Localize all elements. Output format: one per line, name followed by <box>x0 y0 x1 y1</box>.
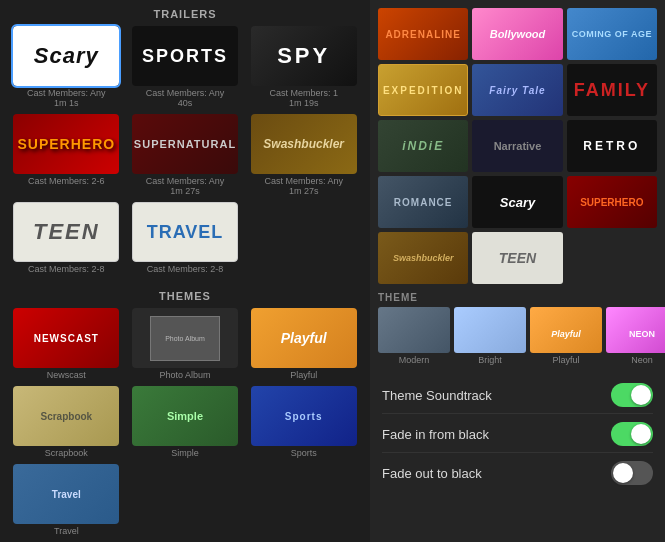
toggle-soundtrack-label: Theme Soundtrack <box>382 388 492 403</box>
theme-photoalbum-label: Photo Album <box>159 370 210 380</box>
theme-bright-label: Bright <box>478 355 502 365</box>
theme-thumb-sports2[interactable]: Sports <box>251 386 357 446</box>
theme-photoalbum-text: Photo Album <box>165 335 205 342</box>
theme-option-modern: Modern <box>378 307 450 365</box>
theme-neon-thumb-text: NEON <box>606 329 665 339</box>
trailer-thumb-teen[interactable]: TEEN <box>13 202 119 262</box>
toggles-section: Theme Soundtrack Fade in from black Fade… <box>370 371 665 542</box>
theme-thumb-simple[interactable]: Simple <box>132 386 238 446</box>
theme-bright-thumb[interactable] <box>454 307 526 353</box>
trailer-teen-text: TEEN <box>33 219 100 245</box>
theme-item-playful: Playful Playful <box>247 308 360 380</box>
trailer-thumb-swashbuckler[interactable]: Swashbuckler <box>251 114 357 174</box>
trailer-travel-text: TRAVEL <box>147 222 224 243</box>
toggle-soundtrack-knob <box>631 385 651 405</box>
trailers-header: TRAILERS <box>0 0 370 26</box>
toggle-row-soundtrack: Theme Soundtrack <box>382 377 653 414</box>
theme-item-scrapbook: Scrapbook Scrapbook <box>10 386 123 458</box>
toggle-soundtrack-switch[interactable] <box>611 383 653 407</box>
trailer-item-swashbuckler: Swashbuckler Cast Members: Any1m 27s <box>247 114 360 196</box>
theme-playful-thumb-text: Playful <box>530 329 602 339</box>
trailer-supernatural-label: Cast Members: Any1m 27s <box>146 176 225 196</box>
toggle-fadein-knob <box>631 424 651 444</box>
theme-scrapbook-text: Scrapbook <box>40 411 92 422</box>
themes-header: THEMES <box>0 282 370 308</box>
tt-narrative[interactable]: Narrative <box>472 120 562 172</box>
theme-item-sports2: Sports Sports <box>247 386 360 458</box>
tt-indie[interactable]: iNDiE <box>378 120 468 172</box>
trailer-thumb-sports[interactable]: SPORTS <box>132 26 238 86</box>
tt-teen2[interactable]: TEEN <box>472 232 562 284</box>
theme-modern-thumb[interactable] <box>378 307 450 353</box>
trailer-item-scary: Scary Cast Members: Any1m 1s <box>10 26 123 108</box>
theme-item-newscast: NEWSCAST Newscast <box>10 308 123 380</box>
trailer-thumb-scary[interactable]: Scary <box>13 26 119 86</box>
tt-swashbuckler2[interactable]: Swashbuckler <box>378 232 468 284</box>
theme-neon-thumb[interactable]: NEON <box>606 307 665 353</box>
tt-retro[interactable]: RETRO <box>567 120 657 172</box>
trailer-sports-text: SPORTS <box>142 46 228 67</box>
theme-newscast-text: NEWSCAST <box>34 333 99 344</box>
theme-item-simple: Simple Simple <box>129 386 242 458</box>
theme-neon-label: Neon <box>631 355 653 365</box>
toggle-fadeout-label: Fade out to black <box>382 466 482 481</box>
toggle-fadeout-switch[interactable] <box>611 461 653 485</box>
theme-playful-label: Playful <box>552 355 579 365</box>
theme-thumb-travel2[interactable]: Travel <box>13 464 119 524</box>
theme-playful-text: Playful <box>281 330 327 346</box>
trailer-item-teen: TEEN Cast Members: 2-8 <box>10 202 123 274</box>
theme-sports2-text: Sports <box>285 411 323 422</box>
trailer-thumb-supernatural[interactable]: SUPERNATURAL <box>132 114 238 174</box>
theme-item-travel2: Travel Travel <box>10 464 123 536</box>
theme-scroll: Modern Bright Playful Playful NEON Neon <box>370 307 665 371</box>
theme-photoalbum-inner: Photo Album <box>150 316 220 361</box>
trailer-item-supernatural: SUPERNATURAL Cast Members: Any1m 27s <box>129 114 242 196</box>
right-panel: ADRENALINE Bollywood Coming Of Age EXPED… <box>370 0 665 542</box>
theme-section-label: THEME <box>370 288 665 307</box>
theme-playful-thumb[interactable]: Playful <box>530 307 602 353</box>
trailer-item-travel: TRAVEL Cast Members: 2-8 <box>129 202 242 274</box>
tt-family[interactable]: FAMILY <box>567 64 657 116</box>
tt-scary2[interactable]: Scary <box>472 176 562 228</box>
theme-thumb-scrapbook[interactable]: Scrapbook <box>13 386 119 446</box>
trailers-grid: Scary Cast Members: Any1m 1s SPORTS Cast… <box>0 26 370 282</box>
toggle-fadein-switch[interactable] <box>611 422 653 446</box>
trailer-scary-text: Scary <box>34 43 99 69</box>
theme-travel2-text: Travel <box>52 489 81 500</box>
trailer-swashbuckler-text: Swashbuckler <box>263 137 344 151</box>
theme-simple-text: Simple <box>167 410 203 422</box>
tt-bollywood[interactable]: Bollywood <box>472 8 562 60</box>
trailer-swashbuckler-label: Cast Members: Any1m 27s <box>264 176 343 196</box>
trailer-teen-label: Cast Members: 2-8 <box>28 264 105 274</box>
trailer-thumb-superhero[interactable]: SUPERHERO <box>13 114 119 174</box>
theme-modern-label: Modern <box>399 355 430 365</box>
trailer-thumb-spy[interactable]: SPY <box>251 26 357 86</box>
theme-newscast-label: Newscast <box>47 370 86 380</box>
theme-option-bright: Bright <box>454 307 526 365</box>
theme-simple-label: Simple <box>171 448 199 458</box>
trailer-superhero-label: Cast Members: 2-6 <box>28 176 105 186</box>
theme-scrapbook-label: Scrapbook <box>45 448 88 458</box>
theme-travel2-label: Travel <box>54 526 79 536</box>
tt-expedition[interactable]: EXPEDITION <box>378 64 468 116</box>
toggle-fadein-label: Fade in from black <box>382 427 489 442</box>
trailer-type-grid: ADRENALINE Bollywood Coming Of Age EXPED… <box>370 0 665 288</box>
trailer-supernatural-text: SUPERNATURAL <box>134 138 236 150</box>
tt-fairytale[interactable]: Fairy Tale <box>472 64 562 116</box>
tt-adrenaline[interactable]: ADRENALINE <box>378 8 468 60</box>
themes-grid: NEWSCAST Newscast Photo Album Photo Albu… <box>0 308 370 542</box>
tt-superhero2[interactable]: SUPERHERO <box>567 176 657 228</box>
theme-option-playful: Playful Playful <box>530 307 602 365</box>
trailer-thumb-travel[interactable]: TRAVEL <box>132 202 238 262</box>
toggle-row-fadeout: Fade out to black <box>382 455 653 491</box>
tt-comingofage[interactable]: Coming Of Age <box>567 8 657 60</box>
tt-romance[interactable]: ROMANCE <box>378 176 468 228</box>
theme-item-photoalbum: Photo Album Photo Album <box>129 308 242 380</box>
trailer-travel-label: Cast Members: 2-8 <box>147 264 224 274</box>
theme-thumb-playful[interactable]: Playful <box>251 308 357 368</box>
theme-thumb-newscast[interactable]: NEWSCAST <box>13 308 119 368</box>
toggle-fadeout-knob <box>613 463 633 483</box>
theme-sports2-label: Sports <box>291 448 317 458</box>
trailer-item-spy: SPY Cast Members: 11m 19s <box>247 26 360 108</box>
theme-thumb-photoalbum[interactable]: Photo Album <box>132 308 238 368</box>
